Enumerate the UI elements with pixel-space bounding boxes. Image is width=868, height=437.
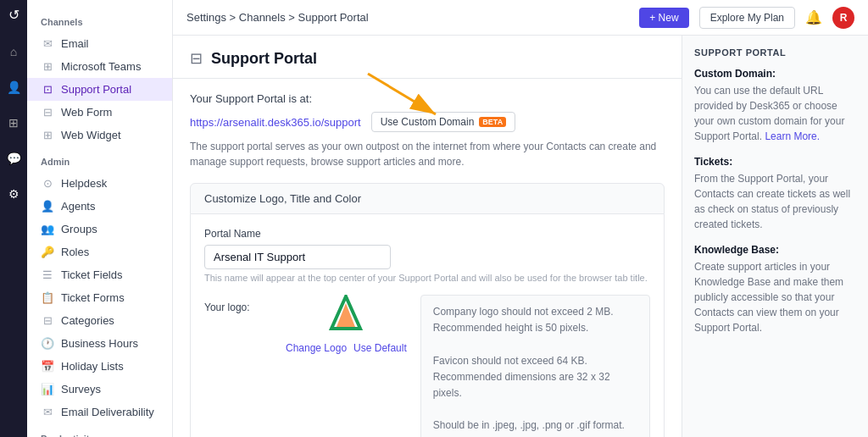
info-panel: SUPPORT PORTAL Custom Domain: You can us… [682, 36, 868, 437]
learn-more-link[interactable]: Learn More. [765, 130, 820, 142]
webform-icon: ⊟ [41, 106, 54, 119]
portal-description: The support portal serves as your own ou… [190, 139, 665, 169]
avatar[interactable]: R [832, 7, 854, 29]
beta-badge: BETA [479, 117, 506, 127]
helpdesk-icon: ⊙ [41, 177, 54, 190]
sidebar-item-email[interactable]: ✉ Email [27, 32, 172, 55]
new-button[interactable]: + New [639, 8, 688, 28]
sidebar-item-helpdesk[interactable]: ⊙ Helpdesk [27, 172, 172, 195]
logo-section: Your logo: Change Logo [204, 295, 650, 437]
chat-icon[interactable]: 💬 [3, 148, 25, 169]
portal-url-link[interactable]: https://arsenalit.desk365.io/support [190, 116, 361, 129]
sidebar-item-support-portal[interactable]: ⊡ Support Portal [27, 78, 172, 101]
sidebar-item-ticket-fields[interactable]: ☰ Ticket Fields [27, 263, 172, 286]
page-title-icon: ⊟ [190, 49, 203, 68]
main-area: Settings > Channels > Support Portal + N… [173, 0, 868, 437]
layers-icon[interactable]: ⊞ [5, 113, 22, 133]
page-title: Support Portal [211, 50, 317, 68]
sidebar-item-label: Email [61, 37, 89, 50]
sidebar-item-label: Support Portal [61, 83, 131, 96]
sidebar-item-label: Holiday Lists [61, 360, 124, 373]
logo-info-line2: Favicon should not exceed 64 KB. Recomme… [433, 353, 637, 402]
sidebar-item-roles[interactable]: 🔑 Roles [27, 241, 172, 263]
sidebar-item-email-deliverability[interactable]: ✉ Email Deliverability [27, 401, 172, 423]
portal-name-label: Portal Name [204, 228, 650, 240]
app-logo[interactable]: ↺ [8, 7, 19, 23]
info-section-tickets: Tickets: From the Support Portal, your C… [694, 156, 856, 232]
home-icon[interactable]: ⌂ [7, 41, 20, 62]
sidebar-item-agents[interactable]: 👤 Agents [27, 195, 172, 218]
sidebar: Channels ✉ Email ⊞ Microsoft Teams ⊡ Sup… [27, 0, 173, 437]
email-deliverability-icon: ✉ [41, 406, 54, 418]
use-default-link[interactable]: Use Default [353, 342, 407, 354]
productivity-section-title: Productivity [27, 423, 172, 437]
sidebar-item-ticket-forms[interactable]: 📋 Ticket Forms [27, 286, 172, 309]
sidebar-item-web-form[interactable]: ⊟ Web Form [27, 101, 172, 124]
sidebar-item-surveys[interactable]: 📊 Surveys [27, 378, 172, 401]
info-section-title: Custom Domain: [694, 68, 856, 80]
sidebar-item-label: Email Deliverability [61, 406, 154, 418]
portal-url-section: Your Support Portal is at: https://arsen… [190, 92, 665, 169]
settings-icon[interactable]: ⚙ [5, 184, 23, 204]
sidebar-item-microsoft-teams[interactable]: ⊞ Microsoft Teams [27, 55, 172, 78]
ticket-forms-icon: 📋 [41, 291, 54, 304]
portal-name-input[interactable] [204, 245, 391, 269]
sidebar-item-label: Business Hours [61, 337, 138, 350]
agents-icon: 👤 [41, 200, 54, 213]
arrow-wrapper: https://arsenalit.desk365.io/support Use… [190, 112, 665, 132]
sidebar-item-web-widget[interactable]: ⊞ Web Widget [27, 124, 172, 147]
portal-icon: ⊡ [41, 83, 54, 96]
logo-info-box: Company logo should not exceed 2 MB. Rec… [420, 295, 650, 437]
users-icon[interactable]: 👤 [3, 77, 25, 97]
info-panel-title: SUPPORT PORTAL [694, 47, 856, 58]
admin-section-title: Admin [27, 147, 172, 172]
sidebar-item-label: Agents [61, 200, 95, 213]
custom-domain-label: Use Custom Domain [381, 116, 475, 128]
explore-button[interactable]: Explore My Plan [699, 7, 795, 29]
widget-icon: ⊞ [41, 129, 54, 141]
customize-header: Customize Logo, Title and Color [190, 183, 665, 214]
icon-bar: ↺ ⌂ 👤 ⊞ 💬 ⚙ [0, 0, 27, 437]
holiday-lists-icon: 📅 [41, 360, 54, 373]
logo-svg [323, 295, 370, 337]
sidebar-item-label: Ticket Forms [61, 291, 125, 304]
logo-image [320, 295, 371, 337]
customize-body: Portal Name This name will appear at the… [190, 214, 665, 437]
change-logo-link[interactable]: Change Logo [286, 342, 347, 354]
content-area: ⊟ Support Portal Your Support Portal is … [173, 36, 868, 437]
sidebar-item-label: Surveys [61, 383, 101, 396]
portal-url-label: Your Support Portal is at: [190, 92, 665, 105]
info-section-text: You can use the default URL provided by … [694, 83, 856, 144]
info-section-custom-domain: Custom Domain: You can use the default U… [694, 68, 856, 144]
sidebar-item-label: Microsoft Teams [61, 60, 141, 73]
portal-url-row: https://arsenalit.desk365.io/support Use… [190, 112, 665, 132]
ticket-fields-icon: ☰ [41, 268, 54, 281]
sidebar-item-label: Helpdesk [61, 177, 107, 190]
sidebar-item-holiday-lists[interactable]: 📅 Holiday Lists [27, 355, 172, 378]
customize-section: Customize Logo, Title and Color Portal N… [190, 183, 665, 437]
logo-preview: Change Logo Use Default [286, 295, 407, 354]
bell-icon[interactable]: 🔔 [805, 9, 822, 25]
sidebar-item-categories[interactable]: ⊟ Categories [27, 309, 172, 332]
portal-name-group: Portal Name This name will appear at the… [204, 228, 650, 283]
sidebar-item-groups[interactable]: 👥 Groups [27, 218, 172, 241]
sidebar-item-label: Web Widget [61, 129, 121, 141]
logo-label: Your logo: [204, 301, 272, 313]
sidebar-item-label: Categories [61, 314, 114, 327]
custom-domain-button[interactable]: Use Custom Domain BETA [371, 112, 516, 132]
sidebar-item-label: Web Form [61, 106, 112, 119]
channels-section-title: Channels [27, 7, 172, 32]
content-body: Your Support Portal is at: https://arsen… [173, 79, 682, 437]
sidebar-item-business-hours[interactable]: 🕐 Business Hours [27, 332, 172, 355]
header-actions: + New Explore My Plan 🔔 R [639, 7, 854, 29]
info-section-knowledge-base: Knowledge Base: Create support articles … [694, 244, 856, 335]
main-content: ⊟ Support Portal Your Support Portal is … [173, 36, 682, 437]
teams-icon: ⊞ [41, 60, 54, 73]
categories-icon: ⊟ [41, 314, 54, 327]
sidebar-item-label: Groups [61, 223, 97, 235]
info-section-text: From the Support Portal, your Contacts c… [694, 171, 856, 232]
roles-icon: 🔑 [41, 246, 54, 258]
info-section-title: Tickets: [694, 156, 856, 168]
info-section-title: Knowledge Base: [694, 244, 856, 256]
logo-info-line1: Company logo should not exceed 2 MB. Rec… [433, 304, 637, 336]
